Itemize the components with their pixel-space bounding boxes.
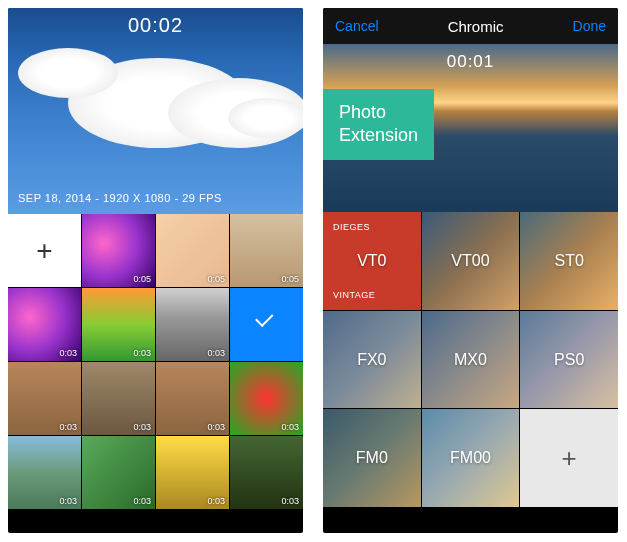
filter-preview[interactable]: 00:01 Photo Extension — [323, 44, 618, 212]
filter-label: ST0 — [554, 252, 583, 270]
duration-label: 0:03 — [59, 422, 77, 432]
plus-icon: + — [562, 443, 577, 474]
video-timer: 00:02 — [128, 14, 183, 37]
duration-label: 0:05 — [133, 274, 151, 284]
duration-label: 0:03 — [133, 496, 151, 506]
filter-label: VT0 — [357, 252, 386, 270]
badge-line: Extension — [339, 124, 418, 147]
preview-background — [8, 8, 303, 214]
thumbnail[interactable]: 0:03 — [8, 362, 81, 435]
filter-active[interactable]: DIEGES VT0 VINTAGE — [323, 212, 421, 310]
duration-label: 0:03 — [281, 496, 299, 506]
add-video-button[interactable]: + — [8, 214, 81, 287]
thumbnail[interactable]: 0:03 — [82, 436, 155, 509]
filter-label: FX0 — [357, 351, 386, 369]
filter-label: PS0 — [554, 351, 584, 369]
filter-label: FM0 — [356, 449, 388, 467]
duration-label: 0:03 — [59, 348, 77, 358]
thumbnail[interactable]: 0:03 — [8, 288, 81, 361]
duration-label: 0:05 — [207, 274, 225, 284]
plus-icon: + — [36, 235, 52, 267]
video-timer: 00:01 — [447, 52, 495, 72]
thumbnail-selected[interactable] — [230, 288, 303, 361]
filter-cell[interactable]: FX0 — [323, 311, 421, 409]
thumbnail[interactable]: 0:05 — [230, 214, 303, 287]
duration-label: 0:03 — [207, 496, 225, 506]
thumbnail[interactable]: 0:03 — [156, 288, 229, 361]
thumbnail[interactable]: 0:03 — [82, 288, 155, 361]
duration-label: 0:03 — [207, 422, 225, 432]
filter-tag: DIEGES — [333, 222, 370, 232]
filter-label: VT00 — [451, 252, 489, 270]
thumbnail[interactable]: 0:03 — [8, 436, 81, 509]
duration-label: 0:03 — [59, 496, 77, 506]
thumbnail[interactable]: 0:03 — [230, 362, 303, 435]
navigation-bar: Cancel Chromic Done — [323, 8, 618, 44]
thumbnail[interactable]: 0:05 — [82, 214, 155, 287]
filter-cell[interactable]: MX0 — [422, 311, 520, 409]
duration-label: 0:03 — [207, 348, 225, 358]
filter-tag: VINTAGE — [333, 290, 375, 300]
filter-cell[interactable]: VT00 — [422, 212, 520, 310]
checkmark-icon — [257, 315, 277, 335]
video-preview[interactable]: 00:02 SEP 18, 2014 - 1920 X 1080 - 29 FP… — [8, 8, 303, 214]
duration-label: 0:03 — [133, 348, 151, 358]
filter-cell[interactable]: ST0 — [520, 212, 618, 310]
nav-title: Chromic — [448, 18, 504, 35]
thumbnail[interactable]: 0:03 — [230, 436, 303, 509]
filter-label: FM00 — [450, 449, 491, 467]
duration-label: 0:03 — [133, 422, 151, 432]
video-metadata: SEP 18, 2014 - 1920 X 1080 - 29 FPS — [18, 192, 222, 204]
duration-label: 0:05 — [281, 274, 299, 284]
thumbnail[interactable]: 0:03 — [82, 362, 155, 435]
badge-line: Photo — [339, 101, 418, 124]
filter-cell[interactable]: PS0 — [520, 311, 618, 409]
filter-editor-screen: Cancel Chromic Done 00:01 Photo Extensio… — [323, 8, 618, 533]
add-filter-button[interactable]: + — [520, 409, 618, 507]
filter-grid: DIEGES VT0 VINTAGE VT00 ST0 FX0 MX0 PS0 … — [323, 212, 618, 507]
done-button[interactable]: Done — [573, 18, 606, 34]
thumbnail[interactable]: 0:03 — [156, 362, 229, 435]
thumbnail[interactable]: 0:03 — [156, 436, 229, 509]
thumbnail[interactable]: 0:05 — [156, 214, 229, 287]
filter-cell[interactable]: FM0 — [323, 409, 421, 507]
extension-badge: Photo Extension — [323, 89, 434, 160]
thumbnail-grid: + 0:05 0:05 0:05 0:03 0:03 0:03 0:03 0:0… — [8, 214, 303, 509]
filter-cell[interactable]: FM00 — [422, 409, 520, 507]
filter-label: MX0 — [454, 351, 487, 369]
cancel-button[interactable]: Cancel — [335, 18, 379, 34]
duration-label: 0:03 — [281, 422, 299, 432]
video-picker-screen: 00:02 SEP 18, 2014 - 1920 X 1080 - 29 FP… — [8, 8, 303, 533]
